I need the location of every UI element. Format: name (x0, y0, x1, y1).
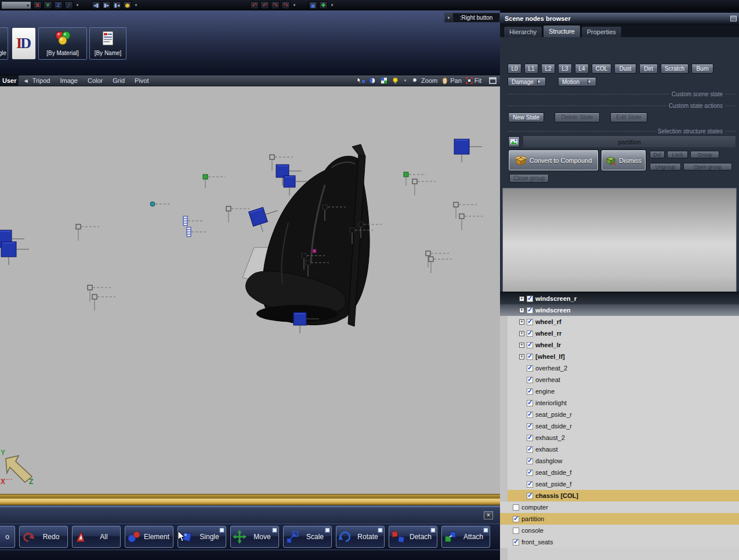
tab-structure[interactable]: Structure (543, 25, 581, 37)
tree-node-row[interactable]: + ✓ seat_pside_f (500, 478, 739, 490)
dummy-cube[interactable] (1, 242, 29, 265)
redo-icon[interactable]: ↷ (271, 1, 280, 9)
menu-image[interactable]: Image (60, 77, 78, 84)
menu-grid[interactable]: Grid (113, 77, 125, 84)
tree-node-row[interactable]: + ✓ wheel_rr (500, 328, 739, 339)
copy-swap-icon[interactable]: ▮▸ (102, 1, 111, 9)
expand-icon[interactable]: + (519, 296, 524, 301)
y-axis-icon[interactable]: Y (44, 1, 52, 9)
tree-node-row[interactable]: + ✓ console (500, 525, 739, 536)
node-checkbox[interactable]: ✓ (513, 504, 519, 511)
redo-view-icon[interactable]: ↷ (281, 1, 290, 9)
back-arrow-icon[interactable]: ◀ (24, 78, 27, 83)
close-panel-button[interactable]: × (484, 511, 493, 519)
node-checkbox[interactable]: ✓ (527, 354, 533, 360)
layer-button-l3[interactable]: L3 (558, 64, 572, 74)
by-name-button[interactable]: [By Name] (89, 27, 126, 60)
panel-options-icon[interactable] (730, 16, 737, 21)
by-material-button[interactable]: [By Material] (38, 27, 87, 60)
node-checkbox[interactable]: ✓ (513, 516, 519, 522)
ungroup-button[interactable]: Ungroup (650, 163, 681, 170)
all-button[interactable]: All (72, 526, 121, 548)
node-checkbox[interactable]: ✓ (527, 400, 533, 406)
timeline-scrollbar[interactable] (0, 494, 500, 506)
expand-icon[interactable]: + (519, 308, 524, 313)
detach-button[interactable]: Detach (389, 526, 437, 548)
striped-helper-gizmo[interactable] (183, 216, 203, 226)
tree-node-row[interactable]: + ✓ seat_pside_r (500, 409, 739, 420)
tree-node-row[interactable]: + ✓ windscreen (500, 304, 739, 316)
state-thumbnail-button[interactable] (508, 136, 520, 147)
edit-state-button[interactable]: Edit State (610, 112, 647, 122)
layer-button-dust[interactable]: Dust (614, 64, 636, 74)
undo-button-partial[interactable]: o (0, 526, 15, 548)
expand-icon[interactable]: + (519, 343, 524, 348)
tree-node-row[interactable]: + ✓ front_seats (500, 536, 739, 548)
id-logo-button[interactable]: ID (12, 27, 36, 60)
node-checkbox[interactable]: ✓ (513, 528, 519, 534)
panel-title-bar[interactable]: Scene nodes browser (500, 13, 739, 24)
chevron-down-icon[interactable]: ▾ (75, 1, 80, 9)
copy-front-icon[interactable]: ▮◂ (113, 1, 121, 9)
tree-node-row[interactable]: + ✓ engine (500, 386, 739, 397)
tree-node-row[interactable]: + ✓ overheat_2 (500, 362, 739, 374)
undo-icon[interactable]: ↶ (260, 1, 269, 9)
node-checkbox[interactable]: ✓ (527, 470, 533, 476)
pivot-circle-gizmo[interactable] (150, 202, 172, 206)
fill-mode-icon[interactable]: ▣ (309, 1, 317, 9)
fit-tool[interactable]: Fit (466, 77, 481, 84)
dismiss-button[interactable]: Dismiss (601, 150, 646, 171)
node-checkbox[interactable]: ✓ (513, 539, 519, 546)
layer-button-l1[interactable]: L1 (524, 64, 538, 74)
scale-button[interactable]: Scale (283, 526, 332, 548)
tree-node-row[interactable]: + ✓ windscreen_r (500, 293, 739, 304)
node-checkbox[interactable]: ✓ (527, 330, 533, 337)
tree-node-row[interactable]: + ✓ chassis [COL] (500, 490, 739, 501)
viewport-canvas[interactable]: Y Z X (0, 86, 500, 494)
node-checkbox[interactable]: ✓ (527, 493, 533, 499)
tree-node-row[interactable]: + ✓ exhaust_2 (500, 432, 739, 443)
undo-view-icon[interactable]: ↶ (250, 1, 259, 9)
dummy-marker[interactable] (203, 174, 225, 188)
axis-edit-icon[interactable]: ∕ (64, 1, 73, 9)
toggle-button-partial[interactable]: gle (0, 27, 8, 60)
tree-node-row[interactable]: + ✓ seat_dside_f (500, 467, 739, 478)
convert-to-compound-button[interactable]: Convert to Compound (508, 150, 599, 171)
chevron-down-icon[interactable]: ▾ (403, 77, 408, 85)
modifier-badge[interactable] (430, 528, 436, 533)
pan-tool[interactable]: Pan (441, 77, 462, 85)
modifier-badge[interactable] (272, 528, 277, 533)
attach-button[interactable]: Attach (441, 526, 490, 548)
tree-node-row[interactable]: + ✓ interiorlight (500, 397, 739, 409)
modifier-badge[interactable] (325, 528, 330, 533)
node-checkbox[interactable]: ✓ (527, 388, 533, 395)
layer-button-scratch[interactable]: Scratch (661, 64, 689, 74)
zoom-tool[interactable]: Zoom (412, 77, 437, 85)
view-name-tab[interactable]: User (0, 75, 19, 86)
redo-button[interactable]: Redo (19, 526, 68, 548)
node-checkbox[interactable]: ✓ (527, 446, 533, 453)
dummy-cube[interactable] (454, 139, 482, 162)
x-axis-icon[interactable]: X (33, 1, 42, 9)
tree-node-row[interactable]: + ✓ exhaust (500, 443, 739, 455)
chevron-down-icon[interactable]: ▾ (292, 1, 297, 9)
del-button[interactable]: Del (650, 151, 665, 158)
node-checkbox[interactable]: ✓ (527, 458, 533, 464)
node-checkbox[interactable]: ✓ (527, 296, 533, 302)
helper-gizmo[interactable] (459, 214, 483, 230)
chevron-down-icon[interactable]: ▾ (329, 1, 335, 9)
expand-icon[interactable]: + (519, 354, 524, 359)
modifier-badge[interactable] (219, 528, 224, 533)
helper-gizmo[interactable] (88, 285, 111, 301)
helper-gizmo[interactable] (412, 179, 436, 195)
tree-node-row[interactable]: + ✓ computer (500, 501, 739, 513)
node-checkbox[interactable]: ✓ (527, 307, 533, 314)
node-checkbox[interactable]: ✓ (527, 412, 533, 418)
menu-tripod[interactable]: Tripod (32, 77, 50, 84)
tree-node-row[interactable]: + ✓ wheel_rf (500, 316, 739, 328)
motion-dropdown[interactable]: Motion ▾ (558, 77, 596, 86)
copy-back-icon[interactable]: ◂▮ (92, 1, 100, 9)
tree-node-row[interactable]: + ✓ wheel_lr (500, 339, 739, 351)
lock-button[interactable]: Lock (667, 151, 688, 158)
helper-gizmo[interactable] (76, 224, 99, 241)
